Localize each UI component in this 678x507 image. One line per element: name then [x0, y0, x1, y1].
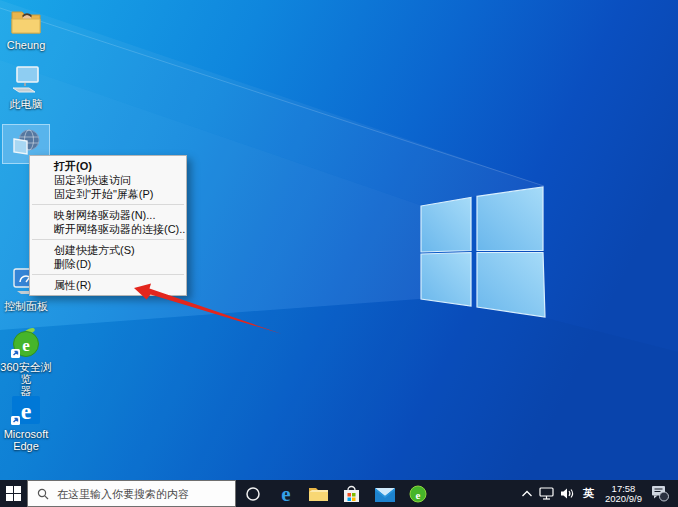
menu-item-pin-start[interactable]: 固定到"开始"屏幕(P) [30, 187, 186, 201]
windows-desktop: Cheung 此电脑 [0, 0, 678, 507]
desktop-icon-user-folder[interactable]: Cheung [0, 5, 52, 51]
taskbar-app-microsoft-store[interactable] [335, 480, 368, 507]
taskbar: e [0, 480, 678, 507]
start-button[interactable] [0, 480, 27, 507]
taskbar-app-edge[interactable]: e [269, 480, 302, 507]
notification-badge [660, 492, 669, 501]
tray-volume[interactable] [557, 480, 578, 507]
menu-item-disconnect-network-drive[interactable]: 断开网络驱动器的连接(C)... [30, 222, 186, 236]
user-folder-icon [10, 5, 42, 37]
svg-text:e: e [22, 336, 30, 355]
search-icon [37, 488, 49, 500]
tray-ime-indicator[interactable]: 英 [578, 480, 599, 507]
menu-item-create-shortcut[interactable]: 创建快捷方式(S) [30, 243, 186, 257]
desktop-icon-this-pc[interactable]: 此电脑 [0, 64, 52, 110]
taskbar-app-file-explorer[interactable] [302, 480, 335, 507]
microsoft-edge-icon: e [10, 394, 42, 426]
taskbar-app-mail[interactable] [368, 480, 401, 507]
cortana-icon [245, 486, 261, 502]
360-browser-icon: e [10, 327, 42, 359]
menu-item-open[interactable]: 打开(O) [30, 159, 186, 173]
tray-action-center[interactable] [648, 480, 678, 507]
desktop-icon-label: Cheung [0, 39, 52, 51]
360-browser-icon: e [409, 485, 427, 503]
system-tray: 英 17:58 2020/9/9 [518, 480, 678, 507]
microsoft-store-icon [343, 485, 360, 503]
tray-clock[interactable]: 17:58 2020/9/9 [599, 480, 648, 507]
tray-date: 2020/9/9 [605, 494, 642, 504]
windows-logo-wallpaper [421, 187, 545, 317]
context-menu: 打开(O) 固定到快速访问 固定到"开始"屏幕(P) 映射网络驱动器(N)...… [29, 155, 187, 296]
file-explorer-icon [309, 486, 328, 502]
tray-time: 17:58 [612, 484, 636, 494]
svg-text:e: e [415, 488, 420, 500]
mail-icon [375, 486, 395, 502]
this-pc-icon [10, 64, 42, 96]
chevron-up-icon [521, 489, 533, 499]
desktop-icon-label: 控制面板 [0, 300, 52, 312]
desktop-icon-label: 此电脑 [0, 98, 52, 110]
taskbar-spacer [434, 480, 518, 507]
desktop-icon-360-browser[interactable]: e 360安全浏览 器 [0, 327, 52, 397]
desktop-icon-label: Microsoft Edge [0, 428, 52, 452]
desktop-icon-label: 360安全浏览 器 [0, 361, 52, 397]
taskbar-app-360-browser[interactable]: e [401, 480, 434, 507]
taskbar-search[interactable] [27, 480, 236, 507]
network-tray-icon [539, 487, 554, 500]
menu-item-map-network-drive[interactable]: 映射网络驱动器(N)... [30, 208, 186, 222]
volume-icon [560, 487, 575, 500]
menu-item-pin-quick-access[interactable]: 固定到快速访问 [30, 173, 186, 187]
taskbar-app-cortana[interactable] [236, 480, 269, 507]
menu-item-properties[interactable]: 属性(R) [30, 278, 186, 292]
menu-separator [32, 274, 184, 275]
menu-separator [32, 204, 184, 205]
search-input[interactable] [55, 487, 235, 501]
edge-icon: e [275, 483, 297, 505]
tray-show-hidden-icons[interactable] [518, 480, 536, 507]
svg-text:e: e [281, 483, 290, 505]
action-center-icon [651, 485, 670, 502]
desktop-icon-microsoft-edge[interactable]: e Microsoft Edge [0, 394, 52, 452]
windows-logo-icon [6, 486, 21, 501]
menu-separator [32, 239, 184, 240]
tray-network[interactable] [536, 480, 557, 507]
menu-item-delete[interactable]: 删除(D) [30, 257, 186, 271]
svg-text:e: e [21, 398, 32, 424]
